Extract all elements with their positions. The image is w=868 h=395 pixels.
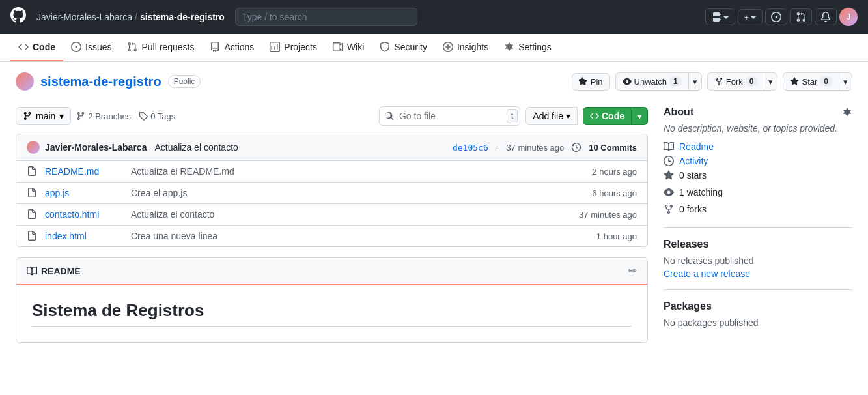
forks-stat: 0 forks [664,204,852,214]
file-time: 2 hours ago [592,167,637,177]
tab-security[interactable]: Security [372,34,435,61]
pull-requests-button[interactable] [790,8,812,25]
packages-section: Packages No packages published [664,300,852,328]
file-time: 6 hours ago [592,188,637,198]
readme-edit-button[interactable]: ✏ [628,265,637,277]
add-file-button-group: Add file ▾ [525,107,578,125]
about-gear-icon[interactable] [842,107,852,117]
readme-link[interactable]: Readme [664,141,852,152]
activity-link[interactable]: Activity [664,156,852,166]
readme-heading: Sistema de Registros [32,300,632,327]
top-navigation: Javier-Morales-Labarca / sistema-de-regi… [0,0,868,34]
about-title: About [664,106,852,118]
file-row: contacto.html Actualiza el contacto 37 m… [16,204,647,226]
tab-settings[interactable]: Settings [496,34,559,61]
issues-button[interactable] [765,8,787,25]
file-name[interactable]: README.md [45,166,123,177]
tab-insights[interactable]: Insights [435,34,496,61]
tab-actions[interactable]: Actions [202,34,262,61]
star-dropdown-button[interactable]: ▾ [839,72,852,91]
top-nav-actions: + J [705,8,858,26]
file-name[interactable]: app.js [45,188,123,198]
tab-wiki[interactable]: Wiki [325,34,372,61]
repo-title-area: sistema-de-registro Public [16,72,201,91]
watching-stat: 1 watching [664,187,852,197]
create-release-link[interactable]: Create a new release [664,269,750,279]
packages-title: Packages [664,300,852,312]
file-commit-msg: Actualiza el README.md [131,166,584,177]
user-avatar[interactable]: J [839,8,858,26]
releases-section: Releases No releases published Create a … [664,239,852,279]
file-row: index.html Crea una nueva linea 1 hour a… [16,226,647,246]
repository-navigation: Code Issues Pull requests Actions Projec… [0,34,868,62]
breadcrumb-nav: Javier-Morales-Labarca / sistema-de-regi… [36,12,225,22]
file-name[interactable]: contacto.html [45,209,123,220]
username-link[interactable]: Javier-Morales-Labarca [36,12,132,22]
branch-info: 2 Branches 0 Tags [76,111,175,121]
content-left: main ▾ 2 Branches 0 Tags t [16,106,648,343]
tab-projects[interactable]: Projects [262,34,325,61]
repo-name[interactable]: sistema-de-registro [40,74,161,89]
star-button-group: Star 0 ▾ [783,72,852,91]
tab-pull-requests[interactable]: Pull requests [119,34,202,61]
commits-link[interactable]: 10 Commits [589,143,637,153]
branch-bar: main ▾ 2 Branches 0 Tags t [16,106,648,126]
branch-selector[interactable]: main ▾ [16,107,71,125]
code-button[interactable]: Code [583,107,632,125]
file-icon [27,231,37,241]
star-icon [664,170,674,181]
commit-time: · [496,143,499,153]
go-to-file-container: t [379,106,520,126]
file-time: 1 hour ago [596,231,637,241]
repo-action-buttons: Pin Unwatch 1 ▾ Fork 0 ▾ Star 0 [572,72,852,91]
fork-icon [664,204,674,214]
file-icon [27,166,37,177]
watch-dropdown-button[interactable]: ▾ [688,72,702,91]
repo-owner-avatar [16,72,34,91]
sidebar-divider-2 [664,289,852,290]
create-button[interactable]: + [738,9,763,25]
file-row: README.md Actualiza el README.md 2 hours… [16,161,647,183]
main-content: main ▾ 2 Branches 0 Tags t [0,96,868,353]
tab-code[interactable]: Code [10,34,63,61]
extensions-button[interactable] [705,8,735,25]
readme-title: README [27,266,81,276]
readme-header: README ✏ [16,258,647,285]
commit-author-name[interactable]: Javier-Morales-Labarca [45,142,147,153]
tags-link[interactable]: 0 Tags [139,111,175,121]
pin-button[interactable]: Pin [572,73,610,91]
repo-header: sistema-de-registro Public Pin Unwatch 1… [0,62,868,96]
search-input[interactable] [235,8,417,26]
notifications-button[interactable] [815,8,837,25]
visibility-badge: Public [168,75,201,88]
file-commit-msg: Actualiza el contacto [131,209,571,220]
fork-button[interactable]: Fork 0 [707,72,765,91]
content-right: About No description, website, or topics… [664,106,852,343]
github-logo[interactable] [10,7,26,27]
pin-button-group: Pin [572,73,610,91]
file-name[interactable]: index.html [45,231,123,241]
no-releases-text: No releases published [664,256,852,266]
branch-name: main [36,111,55,121]
sidebar-divider [664,227,852,228]
commit-meta: de105c6 · 37 minutes ago 10 Commits [453,143,637,153]
repo-link[interactable]: sistema-de-registro [140,12,225,22]
add-file-button[interactable]: Add file ▾ [525,107,578,125]
commit-author-avatar [27,141,40,154]
watch-button[interactable]: Unwatch 1 [615,72,689,91]
commit-header: Javier-Morales-Labarca Actualiza el cont… [16,134,647,161]
file-time: 37 minutes ago [579,210,637,220]
fork-button-group: Fork 0 ▾ [707,72,778,91]
no-packages-text: No packages published [664,317,852,328]
code-dropdown-button[interactable]: ▾ [632,107,648,125]
commit-hash[interactable]: de105c6 [453,143,488,153]
file-icon [27,209,37,220]
tab-issues[interactable]: Issues [63,34,119,61]
branches-link[interactable]: 2 Branches [76,111,131,121]
releases-title: Releases [664,239,852,250]
fork-dropdown-button[interactable]: ▾ [764,72,777,91]
file-commit-msg: Crea el app.js [131,188,584,198]
breadcrumb-separator: / [135,12,137,22]
go-to-file-input[interactable] [394,108,505,124]
star-button[interactable]: Star 0 [783,72,839,91]
